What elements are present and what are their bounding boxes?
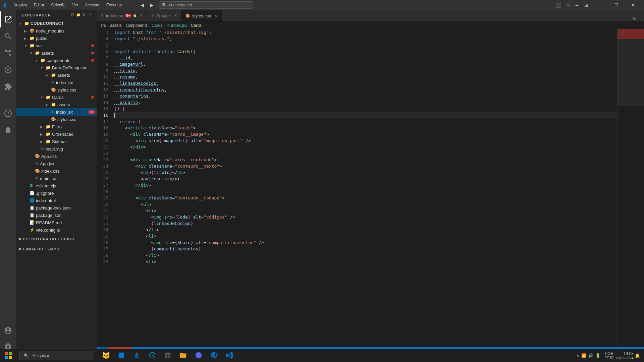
menu-selecao[interactable]: Seleção (48, 2, 68, 8)
new-file-icon[interactable]: 🗋 (71, 13, 75, 17)
code-line-35: <li> (113, 233, 617, 239)
taskbar-app-files[interactable] (114, 349, 129, 362)
tree-filtro[interactable]: ▶ 📁 Filtro (16, 123, 97, 130)
menu-editar[interactable]: Editar (31, 2, 47, 8)
tree-barra-assets[interactable]: ▶ 📁 assets (16, 71, 97, 79)
remote-activity-icon[interactable] (0, 105, 16, 121)
titlebar: ⧫ Arquivo Editar Seleção Ver Acessar Exe… (0, 0, 644, 10)
taskbar-app-calc[interactable] (160, 349, 175, 362)
tree-index-css[interactable]: ▶ 🎨 index.css (16, 167, 97, 175)
taskbar-search-box[interactable]: 🔍 Pesquisar (19, 351, 93, 360)
taskbar-lang[interactable]: POR PT B2 (604, 351, 614, 360)
tree-barra-index-jsx[interactable]: ▶ ⚛ index.jsx (16, 79, 97, 86)
breadcrumb-components[interactable]: components (126, 23, 148, 28)
account-activity-icon[interactable] (0, 322, 16, 339)
breadcrumb-index-jsx[interactable]: ⚛ index.jsx (166, 23, 187, 28)
battery-icon[interactable]: 🔋 (595, 353, 600, 358)
refresh-icon[interactable]: ↻ (83, 13, 86, 17)
tree-gitignore[interactable]: ▶ 📄 .gitignore (16, 189, 97, 197)
tree-main-jsx[interactable]: ▶ ⚛ main.jsx (16, 175, 97, 182)
forward-button[interactable]: ▶ (148, 1, 156, 9)
new-folder-icon[interactable]: 📁 (76, 13, 81, 17)
tree-cards-assets[interactable]: ▶ 📁 assets (16, 101, 97, 108)
panel-estrutura-header[interactable]: ▶ ESTRUTURA DO CÓDIGO (16, 235, 97, 242)
breadcrumb-src[interactable]: src (101, 23, 106, 28)
tree-vite-config[interactable]: ▶ ⚡ vite.config.js (16, 226, 97, 234)
taskbar-app-vscode[interactable] (222, 349, 237, 362)
breadcrumb-cards-fn[interactable]: Cards (191, 23, 202, 28)
menu-ver[interactable]: Ver (69, 2, 81, 8)
code-editor[interactable]: import Chat from "./assets/chat.svg"; im… (112, 29, 617, 347)
panel-linha-header[interactable]: ▶ LINHA DO TEMPO (16, 245, 97, 252)
breadcrumb-assets[interactable]: assets (110, 23, 122, 28)
tree-index-html[interactable]: ▶ 🌐 index.html (16, 197, 97, 204)
layout-icon-3[interactable]: ▪▪ (573, 1, 581, 9)
tree-assets[interactable]: ▼ 📁 assets (16, 49, 97, 57)
windows-start-button[interactable] (0, 349, 17, 362)
tree-cards-folder[interactable]: ▼ 📁 Cards (16, 94, 97, 101)
taskbar-clock[interactable]: 14:08 11/03/2024 (615, 351, 634, 360)
global-search-bar[interactable]: 🔍 codeconnect (159, 1, 253, 9)
taskbar-app-media[interactable] (145, 349, 160, 362)
tab-app-jsx-close-icon[interactable]: ✕ (174, 13, 177, 18)
tree-app-jsx[interactable]: ▶ ⚛ App.jsx (16, 160, 97, 167)
testing-activity-icon[interactable] (0, 122, 16, 138)
volume-icon[interactable]: 🔊 (588, 353, 593, 358)
tree-ordenacao[interactable]: ▶ 📁 Ordenacao (16, 130, 97, 138)
layout-icon-1[interactable]: ⬛ (554, 1, 562, 9)
network-icon[interactable]: 📶 (581, 353, 586, 358)
systray-up-icon[interactable]: ∧ (576, 353, 579, 358)
tab-app-jsx[interactable]: ⚛ App.jsx ✕ (147, 10, 181, 21)
tree-package-json[interactable]: ▶ 📋 package.json (16, 212, 97, 219)
taskbar-app-edge[interactable] (207, 349, 221, 362)
tree-barra-de-pesquisa[interactable]: ▼ 📁 BarraDePesquisa (16, 64, 97, 71)
editor-area: 3 4 5 6 7 8 9 10 11 12 13 14 15 16 17 18 (97, 29, 644, 347)
menu-more[interactable]: ... (126, 2, 135, 8)
taskbar-app-explorer[interactable] (176, 349, 191, 362)
tab-index-jsx-close-icon[interactable]: ✕ (140, 13, 143, 18)
layout-icon-4[interactable]: ⊞ (582, 1, 590, 9)
more-actions-icon[interactable]: ⋯ (637, 16, 641, 21)
layout-icon-2[interactable]: ▭ (564, 1, 572, 9)
tab-styles-css-close-icon[interactable]: ✕ (214, 14, 217, 18)
tree-src[interactable]: ▼ 📁 src (16, 42, 97, 49)
taskbar-app-store[interactable] (129, 349, 144, 362)
tab-index-jsx[interactable]: ⚛ index.jsx 9+ ✕ (97, 10, 147, 21)
run-debug-activity-icon[interactable] (0, 62, 16, 78)
code-line-28 (113, 188, 617, 195)
breadcrumb-cards-folder[interactable]: Cards (152, 23, 162, 28)
menu-executar[interactable]: Executar (104, 2, 125, 8)
tree-public[interactable]: ▶ 📁 public (16, 35, 97, 42)
tree-components[interactable]: ▼ 📁 components (16, 57, 97, 64)
tree-cards-index-jsx[interactable]: ▶ ⚛ index.jsx 9+ (16, 108, 97, 116)
tree-barra-styles-css[interactable]: ▶ 🎨 styles.css (16, 86, 97, 94)
tab-styles-css[interactable]: 🎨 styles.css ✕ (181, 10, 222, 21)
explorer-activity-icon[interactable] (0, 11, 16, 27)
maximize-button[interactable]: ☐ (608, 0, 624, 10)
tree-eslintrc[interactable]: ▶ ⚙ .eslintrc.cjs (16, 182, 97, 189)
extensions-activity-icon[interactable] (0, 78, 16, 95)
menu-arquivo[interactable]: Arquivo (11, 2, 30, 8)
taskbar-store-icon (133, 352, 141, 359)
tree-app-css[interactable]: ▶ 🎨 App.css (16, 153, 97, 160)
tree-readme[interactable]: ▶ 📝 README.md (16, 219, 97, 226)
collapse-icon[interactable]: ⋯ (87, 13, 91, 17)
tree-package-lock[interactable]: ▶ 📋 package-lock.json (16, 204, 97, 212)
tree-root[interactable]: ▼ 📁 CODECONNECT (16, 20, 97, 27)
tab-app-jsx-label: App.jsx (156, 13, 171, 18)
tree-sidebar-folder[interactable]: ▶ 📁 Sidebar (16, 138, 97, 145)
back-button[interactable]: ◀ (138, 1, 146, 9)
split-editor-icon[interactable]: ⧉ (633, 16, 636, 21)
tree-node-modules[interactable]: ▶ 📦 node_modules (16, 27, 97, 35)
minimize-button[interactable]: ─ (592, 0, 607, 10)
source-control-activity-icon[interactable] (0, 45, 16, 61)
taskbar-app-emoji[interactable]: 🐱 (99, 349, 113, 362)
tree-react-svg[interactable]: ▶ ⚛ react.svg (16, 145, 97, 153)
taskbar-app-discord[interactable] (191, 349, 206, 362)
minimap-code (618, 39, 644, 106)
search-activity-icon[interactable] (0, 28, 16, 44)
close-button[interactable]: ✕ (625, 0, 641, 10)
tree-cards-styles-css[interactable]: ▶ 🎨 styles.css (16, 116, 97, 123)
menu-acessar[interactable]: Acessar (82, 2, 102, 8)
taskbar-notification-icon[interactable]: 🔔 (635, 353, 640, 358)
